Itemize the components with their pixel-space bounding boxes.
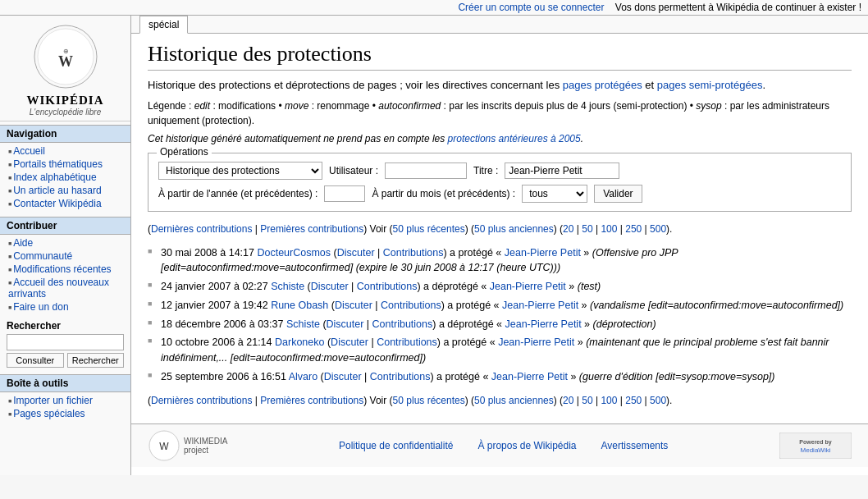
consulter-button[interactable]: Consulter [7, 353, 64, 368]
wikimedia-icon: W [148, 429, 180, 462]
mediawiki-logo: Powered by MediaWiki [779, 433, 852, 459]
nav-item-nouveaux[interactable]: Accueil des nouveaux arrivants [8, 276, 130, 300]
tab-special[interactable]: spécial [139, 16, 188, 34]
svg-text:W: W [58, 53, 73, 70]
pager-top: (Dernières contributions | Premières con… [148, 222, 852, 237]
log-entry-5: 10 octobre 2006 à 21:14 Darkoneko (Discu… [148, 333, 852, 368]
navigation-list: Accueil Portails thématiques Index alpha… [0, 143, 130, 213]
svg-rect-6 [779, 433, 852, 459]
search-box: Rechercher Consulter Rechercher [0, 317, 130, 371]
contribuer-list: Aide Communauté Modifications récentes A… [0, 235, 130, 317]
nav-item-communaute[interactable]: Communauté [8, 250, 130, 263]
svg-text:W: W [159, 441, 169, 452]
log-entry-1: 30 mai 2008 à 14:17 DocteurCosmos (Discu… [148, 244, 852, 278]
title-input[interactable] [505, 163, 619, 179]
year-input[interactable] [324, 185, 365, 202]
nav-item-importer[interactable]: Importer un fichier [8, 394, 130, 407]
svg-text:MediaWiki: MediaWiki [801, 446, 831, 454]
log-list: 30 mai 2008 à 14:17 DocteurCosmos (Discu… [148, 244, 852, 387]
nav-item-accueil[interactable]: Accueil [8, 144, 130, 158]
footer-link-confidentialite[interactable]: Politique de confidentialité [339, 440, 453, 451]
nav-item-portails[interactable]: Portails thématiques [8, 158, 130, 171]
year-label: À partir de l'année (et précédentes) : [158, 188, 318, 199]
login-link[interactable]: Créer un compte ou se connecter [458, 2, 604, 13]
content-area: Historique des protections Historique de… [131, 34, 868, 423]
svg-text:Powered by: Powered by [799, 439, 831, 446]
navigation-title: Navigation [0, 125, 130, 143]
logo-area: ⊕ W WIKIPÉDIA L'encyclopédie libre [0, 16, 130, 121]
tab-bar: spécial [131, 16, 868, 34]
link-pages-semi-protegees[interactable]: pages semi-protégées [657, 79, 763, 91]
mediawiki-icon: Powered by MediaWiki [779, 433, 852, 459]
log-entry-3: 12 janvier 2007 à 19:42 Rune Obash (Disc… [148, 296, 852, 315]
top-bar: Créer un compte ou se connecter Vos dons… [0, 0, 868, 16]
wikimedia-label: WIKIMEDIAproject [184, 437, 227, 455]
boite-section: Boîte à outils Importer un fichier Pages… [0, 374, 130, 423]
log-entry-4: 18 décembre 2006 à 03:37 Schiste (Discut… [148, 315, 852, 334]
user-input[interactable] [385, 163, 467, 179]
link-protections-anterieures[interactable]: protections antérieures à 2005 [448, 133, 581, 144]
footer-links: Politique de confidentialité À propos de… [339, 440, 668, 451]
footer-link-avertissements[interactable]: Avertissements [601, 440, 669, 451]
month-label: À partir du mois (et précédents) : [372, 188, 515, 199]
wiki-logo-sub: L'encyclopédie libre [4, 108, 126, 117]
nav-item-aide[interactable]: Aide [8, 236, 130, 250]
operations-box: Opérations Historique des protections Pr… [148, 153, 852, 212]
contribuer-section: Contribuer Aide Communauté Modifications… [0, 217, 130, 317]
log-entry-6: 25 septembre 2006 à 16:51 Alvaro (Discut… [148, 368, 852, 387]
user-label: Utilisateur : [329, 165, 378, 176]
intro-description: Historique des protections et déprotecti… [148, 77, 852, 94]
legend-text: Légende : edit : modifications • move : … [148, 98, 852, 128]
wikimedia-logo: W WIKIMEDIAproject [148, 429, 227, 462]
pager-bottom: (Dernières contributions | Premières con… [148, 393, 852, 409]
nav-item-modifications[interactable]: Modifications récentes [8, 263, 130, 276]
operation-type-select[interactable]: Historique des protections Protections a… [158, 162, 322, 180]
wikipedia-logo: ⊕ W [33, 24, 98, 89]
search-input[interactable] [7, 334, 124, 350]
month-select[interactable]: tous janvier février mars avril mai juin… [522, 185, 587, 203]
footer-link-apropos[interactable]: À propos de Wikipédia [477, 440, 576, 451]
log-entry-2: 24 janvier 2007 à 02:27 Schiste (Discute… [148, 277, 852, 296]
auto-note: Cet historique généré automatiquement ne… [148, 133, 852, 144]
search-title: Rechercher [7, 320, 124, 332]
nav-item-contact[interactable]: Contacter Wikipédia [8, 197, 130, 210]
contribuer-title: Contribuer [0, 217, 130, 235]
title-label: Titre : [473, 165, 498, 176]
sidebar: ⊕ W WIKIPÉDIA L'encyclopédie libre Navig… [0, 16, 131, 475]
rechercher-button[interactable]: Rechercher [67, 353, 125, 368]
footer: W WIKIMEDIAproject Politique de confiden… [131, 423, 868, 467]
wiki-logo-title: WIKIPÉDIA [4, 94, 126, 108]
operations-legend: Opérations [157, 146, 212, 158]
nav-item-index[interactable]: Index alphabétique [8, 171, 130, 184]
nav-item-hasard[interactable]: Un article au hasard [8, 184, 130, 197]
nav-item-pages-speciales[interactable]: Pages spéciales [8, 407, 130, 420]
main-content: spécial Historique des protections Histo… [131, 16, 868, 475]
nav-item-don[interactable]: Faire un don [8, 300, 130, 314]
navigation-section: Navigation Accueil Portails thématiques … [0, 125, 130, 213]
link-pages-protegees[interactable]: pages protégées [563, 79, 642, 91]
boite-list: Importer un fichier Pages spéciales [0, 392, 130, 423]
page-title: Historique des protections [148, 42, 852, 71]
valider-button[interactable]: Valider [594, 185, 642, 203]
donation-msg: Vos dons permettent à Wikipédia de conti… [615, 2, 861, 13]
boite-title: Boîte à outils [0, 374, 130, 392]
